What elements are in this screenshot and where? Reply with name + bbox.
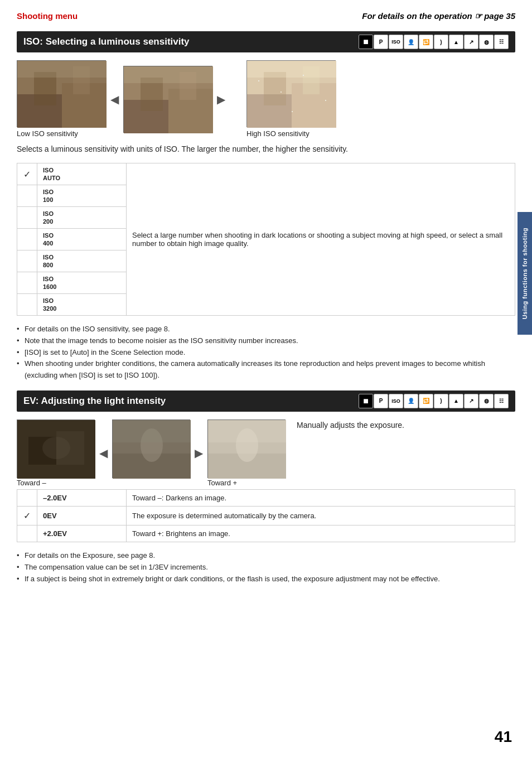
svg-rect-20: [280, 91, 282, 93]
mode-icon-scene1: 👤: [404, 35, 418, 49]
ev-mode-icon-iso: ISO: [389, 394, 403, 408]
ev-zero-label: 0EV: [37, 506, 127, 525]
mode-icon-scene5: ↗: [464, 35, 478, 49]
svg-rect-21: [303, 75, 304, 76]
ev-mode-icon-scene3: ): [434, 394, 448, 408]
iso-low-photo: [17, 60, 106, 127]
ev-zero-check: ✓: [17, 506, 37, 525]
mode-icon-scene7: ☷: [494, 35, 509, 49]
table-row: ✓ ISOAUTO Select a large number when sho…: [17, 163, 515, 185]
mode-icons-iso: ■ P ISO 👤 🔁 ) ▲ ↗ ◍ ☷: [359, 35, 509, 49]
ev-arrow-left: ◀: [95, 446, 112, 460]
ev-mode-icon-scene7: ☷: [494, 394, 509, 408]
svg-point-27: [42, 437, 70, 459]
svg-rect-23: [292, 111, 293, 112]
svg-rect-11: [124, 66, 213, 83]
page-reference: For details on the operation ☞ page 35: [362, 11, 515, 21]
svg-rect-5: [17, 61, 107, 78]
svg-rect-19: [258, 80, 259, 81]
iso-mid-group: [123, 66, 212, 133]
svg-rect-35: [208, 420, 286, 442]
ev-zero-desc: The exposure is determined automatically…: [127, 506, 515, 525]
ev-mode-icon-camera: ■: [359, 394, 373, 408]
ev-note-2: The compensation value can be set in 1/3…: [17, 562, 515, 573]
ev-mode-icon-scene5: ↗: [464, 394, 478, 408]
svg-rect-18: [247, 61, 336, 78]
ev-bright-label: Toward +: [207, 479, 237, 487]
ev-dark-group: Toward –: [17, 420, 95, 487]
iso-low-group: Low ISO sensitivity: [17, 60, 106, 138]
iso-images-area: Low ISO sensitivity ◀ ▶: [17, 60, 515, 138]
ev-mode-icon-scene2: 🔁: [419, 394, 433, 408]
iso-800-check: [17, 250, 37, 272]
iso-low-label: Low ISO sensitivity: [17, 129, 78, 138]
iso-desc: Select a large number when shooting in d…: [127, 163, 515, 316]
right-sidebar-tab: Using functions for shooting: [518, 212, 532, 335]
arrow-left: ◀: [106, 93, 123, 106]
arrow-right: ▶: [212, 93, 230, 106]
ev-section-bar: EV: Adjusting the light intensity ■ P IS…: [17, 390, 515, 412]
ev-minus-desc: Toward –: Darkens an image.: [127, 489, 515, 506]
iso-note-1: For details on the ISO sensitivity, see …: [17, 324, 515, 335]
iso-800-label: ISO800: [37, 250, 127, 272]
ev-arrow-right: ▶: [190, 446, 207, 460]
iso-200-check: [17, 207, 37, 229]
ev-section-title: EV: Adjusting the light intensity: [23, 396, 359, 407]
iso-3200-check: [17, 294, 37, 316]
ev-options-table: –2.0EV Toward –: Darkens an image. ✓ 0EV…: [17, 489, 515, 542]
ev-mode-icon-p: P: [374, 394, 388, 408]
ev-bright-photo-wrap: Toward +: [207, 420, 286, 487]
iso-400-label: ISO400: [37, 229, 127, 250]
iso-100-check: [17, 185, 37, 207]
ev-images-area: Toward – ◀ ▶: [17, 420, 515, 487]
svg-rect-22: [325, 100, 326, 101]
mode-icon-scene4: ▲: [449, 35, 463, 49]
ev-notes: For details on the Exposure, see page 8.…: [17, 550, 515, 585]
iso-high-photo: [246, 60, 336, 127]
iso-1600-check: [17, 272, 37, 294]
ev-minus-label: –2.0EV: [37, 489, 127, 506]
ev-bright-group: Toward + Manually adjusts the exposure.: [207, 420, 404, 487]
mode-icon-camera: ■: [359, 35, 373, 49]
iso-200-label: ISO200: [37, 207, 127, 229]
ev-plus-desc: Toward +: Brightens an image.: [127, 525, 515, 542]
iso-high-group: High ISO sensitivity: [246, 60, 336, 138]
shooting-menu-label: Shooting menu: [17, 11, 78, 21]
iso-high-label: High ISO sensitivity: [246, 129, 309, 138]
iso-100-label: ISO100: [37, 185, 127, 207]
iso-1600-label: ISO1600: [37, 272, 127, 294]
iso-auto-check: ✓: [17, 163, 37, 185]
mode-icon-scene2: 🔁: [419, 35, 433, 49]
ev-minus-check: [17, 489, 37, 506]
iso-notes: For details on the ISO sensitivity, see …: [17, 324, 515, 382]
iso-400-check: [17, 229, 37, 250]
iso-3200-label: ISO3200: [37, 294, 127, 316]
iso-section-bar: ISO: Selecting a luminous sensitivity ■ …: [17, 31, 515, 52]
iso-section-title: ISO: Selecting a luminous sensitivity: [23, 36, 359, 47]
ev-mode-icon-scene4: ▲: [449, 394, 463, 408]
ev-plus-label: +2.0EV: [37, 525, 127, 542]
iso-note-2: Note that the image tends to become nois…: [17, 335, 515, 347]
ev-dark-label: Toward –: [17, 479, 46, 487]
page-number: 41: [495, 728, 512, 746]
iso-note-4: When shooting under brighter conditions,…: [17, 358, 515, 382]
page-header: Shooting menu For details on the operati…: [17, 11, 515, 21]
mode-icon-iso: ISO: [389, 35, 403, 49]
svg-rect-31: [113, 420, 191, 442]
ev-normal-photo: [112, 420, 190, 478]
table-row: +2.0EV Toward +: Brightens an image.: [17, 525, 515, 542]
mode-icon-p: P: [374, 35, 388, 49]
ev-mode-icon-scene1: 👤: [404, 394, 418, 408]
ev-description: Manually adjusts the exposure.: [297, 420, 404, 431]
ev-plus-check: [17, 525, 37, 542]
iso-description: Selects a luminous sensitivity with unit…: [17, 143, 515, 155]
table-row: ✓ 0EV The exposure is determined automat…: [17, 506, 515, 525]
ev-dark-photo: [17, 420, 95, 478]
mode-icons-ev: ■ P ISO 👤 🔁 ) ▲ ↗ ◍ ☷: [359, 394, 509, 408]
ev-note-3: If a subject is being shot in extremely …: [17, 573, 515, 585]
table-row: –2.0EV Toward –: Darkens an image.: [17, 489, 515, 506]
ev-mode-icon-scene6: ◍: [479, 394, 494, 408]
mode-icon-scene3: ): [434, 35, 448, 49]
iso-options-table: ✓ ISOAUTO Select a large number when sho…: [17, 163, 515, 316]
ev-note-1: For details on the Exposure, see page 8.: [17, 550, 515, 562]
